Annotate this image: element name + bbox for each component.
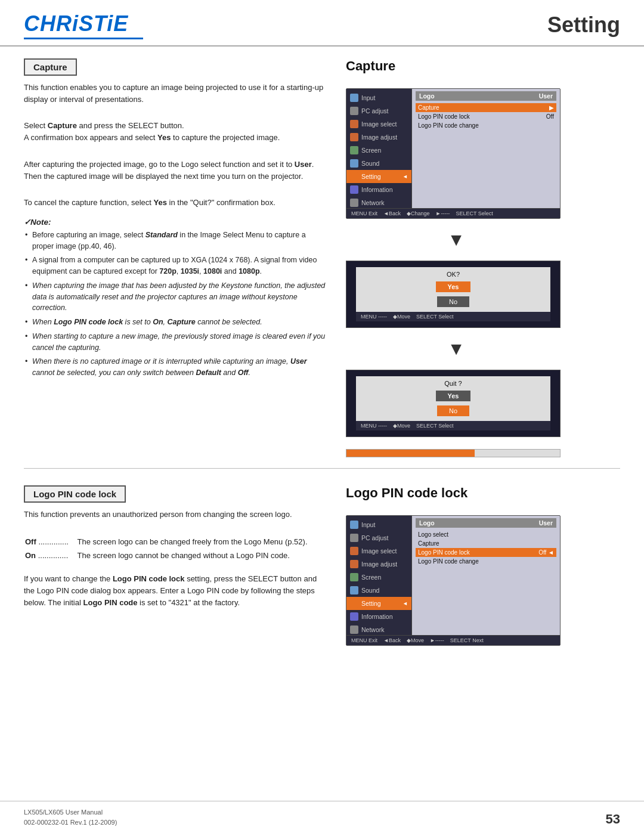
note-item-6: When there is no captured image or it is… (24, 356, 328, 379)
logo-pin-section: Logo PIN code lock This function prevent… (0, 479, 644, 646)
confirm-ok-yes[interactable]: Yes (436, 281, 471, 292)
sidebar-item-network: Network (346, 196, 411, 209)
logo-row-capture: Capture ▶ (416, 103, 556, 112)
capture-body3: After capturing the projected image, go … (24, 159, 328, 182)
confirm-quit-footer: MENU ----- ◆Move SELECT Select (356, 421, 550, 431)
capture-ui-panel: Input PC adjust Image select Image adjus… (346, 88, 561, 219)
logo-row-pin-lock: Logo PIN code lock Off (416, 112, 556, 121)
sidebar-item-input: Input (346, 91, 411, 104)
logo-pin-left-col: Logo PIN code lock This function prevent… (24, 485, 328, 646)
capture-right-col: Capture Input PC adjust Image sele (346, 58, 566, 457)
sidebar-item-setting: Setting ◄ (346, 170, 411, 183)
information2-icon (350, 612, 358, 621)
confirm-quit-label: Quit ? (363, 380, 543, 387)
pcadjust2-icon (350, 534, 358, 542)
logo-pin-on-label: On .............. (25, 550, 76, 562)
sound-icon (350, 159, 358, 168)
confirm-quit-buttons: Yes No (363, 389, 543, 417)
footer-manual: LX505/LX605 User Manual (24, 807, 117, 817)
sidebar-item-information: Information (346, 183, 411, 196)
sidebar-item-imageadjust: Image adjust (346, 131, 411, 144)
footer-page-number: 53 (606, 812, 620, 827)
sidebar2-information: Information (346, 610, 411, 623)
logo-pin-on-desc: The screen logo cannot be changed withou… (78, 550, 327, 562)
capture-logo-panel: Logo User Capture ▶ Logo PIN code lock O… (412, 89, 560, 208)
note-title: ✓Note: (24, 217, 328, 227)
logo-pin-logo-panel: Logo User Logo select Capture Logo PIN c… (412, 516, 560, 635)
logo-pin-off-row: Off .............. The screen logo can b… (25, 536, 327, 549)
screen2-icon (350, 573, 358, 581)
confirm-quit-no[interactable]: No (437, 405, 469, 416)
logo-pin-sidebar: Input PC adjust Image select Image adjus… (346, 516, 412, 635)
sidebar2-imageadjust: Image adjust (346, 558, 411, 571)
note-item-3: When capturing the image that has been a… (24, 280, 328, 314)
logo-pin-panel-inner: Input PC adjust Image select Image adjus… (346, 516, 560, 635)
note-item-1: Before capturing an image, select Standa… (24, 230, 328, 252)
capture-left-col: Capture This function enables you to cap… (24, 58, 328, 457)
pcadjust-icon (350, 107, 358, 115)
logo-row-pin-change: Logo PIN code change (416, 121, 556, 130)
logo2-row-capture: Capture (416, 539, 556, 548)
progress-bar-fill (346, 450, 475, 457)
sidebar2-pcadjust: PC adjust (346, 531, 411, 544)
arrow-down-1: ▼ (346, 231, 566, 249)
capture-sidebar: Input PC adjust Image select Image adjus… (346, 89, 412, 208)
sidebar2-imageselect: Image select (346, 544, 411, 558)
confirm-ok-buttons: Yes No (363, 280, 543, 308)
sidebar2-input: Input (346, 518, 411, 531)
imageselect2-icon (350, 547, 358, 555)
confirm-ok-inner: OK? Yes No (356, 267, 550, 312)
logo-pin-table: Off .............. The screen logo can b… (24, 535, 328, 563)
capture-heading-box: Capture (24, 58, 77, 76)
logo2-row-pin-lock: Logo PIN code lock Off ◄ (416, 548, 556, 557)
capture-body1: This function enables you to capture an … (24, 82, 328, 106)
note-block: ✓Note: Before capturing an image, select… (24, 217, 328, 379)
confirm-ok-no[interactable]: No (437, 296, 469, 307)
sound2-icon (350, 586, 358, 594)
capture-body2: Select Capture and press the SELECT butt… (24, 120, 328, 144)
footer-left: LX505/LX605 User Manual 002-000232-01 Re… (24, 807, 117, 827)
capture-main-content: Capture This function enables you to cap… (0, 47, 644, 457)
note-item-4: When Logo PIN code lock is set to On, Ca… (24, 317, 328, 328)
logo-pin-body1: This function prevents an unauthorized p… (24, 509, 328, 521)
network-icon (350, 199, 358, 207)
logo-pin-off-label: Off .............. (25, 536, 76, 549)
confirm-quit-inner: Quit ? Yes No (356, 376, 550, 421)
logo-pin-on-row: On .............. The screen logo cannot… (25, 550, 327, 562)
capture-body4: To cancel the capture function, select Y… (24, 197, 328, 209)
sidebar2-setting: Setting ◄ (346, 597, 411, 610)
network2-icon (350, 625, 358, 634)
sidebar-item-imageselect: Image select (346, 117, 411, 131)
sidebar2-screen: Screen (346, 571, 411, 584)
logo-pin-ui-footer: MENU Exit ◄Back ◆Move ►----- SELECT Next (346, 635, 560, 645)
footer-code: 002-000232-01 Rev.1 (12-2009) (24, 817, 117, 828)
progress-bar-container (346, 449, 561, 457)
setting-icon (350, 172, 358, 181)
logo2-row-select: Logo select (416, 530, 556, 539)
logo-pin-section-title: Logo PIN code lock (346, 485, 566, 501)
sidebar2-network: Network (346, 623, 411, 636)
sidebar-item-pcadjust: PC adjust (346, 104, 411, 117)
capture-panel-inner: Input PC adjust Image select Image adjus… (346, 89, 560, 208)
confirm-ok-dialog: OK? Yes No MENU ----- ◆Move SELECT Selec… (346, 261, 561, 328)
capture-ui-footer: MENU Exit ◄Back ◆Change ►----- SELECT Se… (346, 208, 560, 218)
page-footer: LX505/LX605 User Manual 002-000232-01 Re… (0, 801, 644, 833)
screen-icon (350, 146, 358, 154)
capture-section-title: Capture (346, 58, 566, 74)
logo-pin-heading-box: Logo PIN code lock (24, 485, 126, 503)
logo: CHRiSTiE (24, 11, 143, 39)
logo2-row-pin-change: Logo PIN code change (416, 557, 556, 566)
note-item-2: A signal from a computer can be captured… (24, 255, 328, 277)
setting2-icon (350, 599, 358, 608)
page-title: Setting (547, 13, 620, 38)
logo-pin-ui-panel: Input PC adjust Image select Image adjus… (346, 515, 561, 646)
imageadjust2-icon (350, 560, 358, 568)
confirm-quit-dialog: Quit ? Yes No MENU ----- ◆Move SELECT Se… (346, 370, 561, 437)
imageselect-icon (350, 120, 358, 128)
input2-icon (350, 521, 358, 529)
information-icon (350, 185, 358, 194)
sidebar2-sound: Sound (346, 584, 411, 597)
confirm-quit-yes[interactable]: Yes (436, 391, 471, 401)
logo-pin-logo-title: Logo User (416, 518, 556, 528)
capture-logo-title: Logo User (416, 91, 556, 101)
